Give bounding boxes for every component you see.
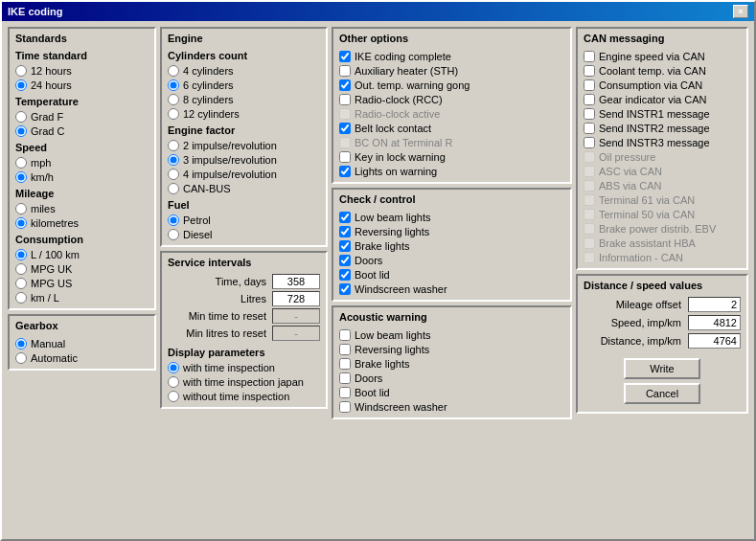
cc-boot-option[interactable]: Boot lid [339, 268, 564, 282]
aw-washer-option[interactable]: Windscreen washer [339, 400, 564, 414]
mpgus-option[interactable]: MPG US [15, 277, 149, 290]
with-time-option[interactable]: with time inspection [168, 361, 320, 374]
without-time-option[interactable]: without time inspection [168, 390, 320, 403]
time-12h-option[interactable]: 12 hours [15, 64, 149, 78]
automatic-option[interactable]: Automatic [15, 351, 149, 365]
can-instr3-option[interactable]: Send INSTR3 message [584, 136, 741, 149]
mpguk-option[interactable]: MPG UK [15, 262, 149, 276]
kml-radio[interactable] [15, 292, 27, 304]
grad-c-radio[interactable] [15, 125, 27, 137]
mph-option[interactable]: mph [15, 156, 149, 169]
speed-imp-input[interactable] [688, 315, 741, 330]
litres-input[interactable] [272, 291, 320, 306]
2imp-radio[interactable] [168, 140, 179, 151]
mph-radio[interactable] [15, 157, 27, 169]
4imp-radio[interactable] [168, 169, 179, 180]
mpguk-radio[interactable] [15, 263, 27, 275]
grad-c-option[interactable]: Grad C [15, 124, 149, 138]
kmh-radio[interactable] [15, 171, 27, 183]
miles-option[interactable]: miles [15, 202, 149, 215]
close-button[interactable]: × [733, 5, 748, 18]
cancel-button[interactable]: Cancel [624, 383, 700, 404]
manual-radio[interactable] [15, 338, 27, 349]
3imp-option[interactable]: 3 impulse/revolution [168, 153, 320, 167]
can-coolant-option[interactable]: Coolant temp. via CAN [584, 64, 741, 78]
12cyl-option[interactable]: 12 cylinders [168, 107, 320, 121]
lights-on-checkbox[interactable] [339, 166, 351, 177]
cc-washer-option[interactable]: Windscreen washer [339, 282, 564, 296]
belt-lock-option[interactable]: Belt lock contact [339, 122, 564, 135]
6cyl-option[interactable]: 6 cylinders [168, 79, 320, 92]
can-gear-option[interactable]: Gear indicator via CAN [584, 93, 741, 106]
aw-doors-option[interactable]: Doors [339, 372, 564, 385]
can-engine-speed-checkbox[interactable] [584, 51, 595, 62]
2imp-option[interactable]: 2 impulse/revolution [168, 139, 320, 152]
can-instr2-checkbox[interactable] [584, 123, 595, 134]
aw-low-beam-checkbox[interactable] [339, 329, 351, 341]
aw-reversing-checkbox[interactable] [339, 344, 351, 355]
diesel-option[interactable]: Diesel [168, 228, 320, 241]
with-time-japan-option[interactable]: with time inspection japan [168, 375, 320, 389]
write-button[interactable]: Write [624, 358, 700, 379]
key-in-lock-option[interactable]: Key in lock warning [339, 150, 564, 164]
mileage-offset-input[interactable] [688, 297, 741, 312]
kilometres-radio[interactable] [15, 217, 27, 229]
cc-boot-checkbox[interactable] [339, 269, 351, 281]
radio-clock-checkbox[interactable] [339, 94, 351, 105]
automatic-radio[interactable] [15, 352, 27, 364]
can-engine-speed-option[interactable]: Engine speed via CAN [584, 50, 741, 63]
4cyl-radio[interactable] [168, 65, 179, 77]
aw-low-beam-option[interactable]: Low beam lights [339, 328, 564, 342]
aw-brake-checkbox[interactable] [339, 358, 351, 370]
lights-on-option[interactable]: Lights on warning [339, 165, 564, 178]
aw-washer-checkbox[interactable] [339, 401, 351, 413]
can-consumption-checkbox[interactable] [584, 79, 595, 91]
radio-clock-option[interactable]: Radio-clock (RCC) [339, 93, 564, 106]
petrol-option[interactable]: Petrol [168, 214, 320, 227]
cc-brake-option[interactable]: Brake lights [339, 239, 564, 253]
manual-option[interactable]: Manual [15, 337, 149, 350]
cc-doors-option[interactable]: Doors [339, 254, 564, 267]
time-24h-radio[interactable] [15, 79, 27, 91]
aw-doors-checkbox[interactable] [339, 372, 351, 384]
cc-washer-checkbox[interactable] [339, 283, 351, 295]
can-instr3-checkbox[interactable] [584, 137, 595, 148]
cc-reversing-checkbox[interactable] [339, 226, 351, 237]
kilometres-option[interactable]: kilometres [15, 216, 149, 230]
l100-radio[interactable] [15, 249, 27, 260]
cc-low-beam-checkbox[interactable] [339, 212, 351, 223]
canbus-option[interactable]: CAN-BUS [168, 182, 320, 195]
with-time-japan-radio[interactable] [168, 376, 179, 388]
6cyl-radio[interactable] [168, 79, 179, 91]
miles-radio[interactable] [15, 203, 27, 214]
aw-brake-option[interactable]: Brake lights [339, 357, 564, 371]
kml-option[interactable]: km / L [15, 291, 149, 304]
aux-heater-checkbox[interactable] [339, 65, 351, 77]
without-time-radio[interactable] [168, 391, 179, 402]
ike-complete-option[interactable]: IKE coding complete [339, 50, 564, 63]
time-12h-radio[interactable] [15, 65, 27, 77]
out-temp-checkbox[interactable] [339, 79, 351, 91]
grad-f-option[interactable]: Grad F [15, 110, 149, 124]
cc-reversing-option[interactable]: Reversing lights [339, 225, 564, 238]
diesel-radio[interactable] [168, 229, 179, 240]
petrol-radio[interactable] [168, 214, 179, 226]
4cyl-option[interactable]: 4 cylinders [168, 64, 320, 78]
belt-lock-checkbox[interactable] [339, 123, 351, 134]
l100-option[interactable]: L / 100 km [15, 248, 149, 261]
can-instr1-checkbox[interactable] [584, 108, 595, 120]
aux-heater-option[interactable]: Auxiliary heater (STH) [339, 64, 564, 78]
can-coolant-checkbox[interactable] [584, 65, 595, 77]
aw-boot-checkbox[interactable] [339, 387, 351, 398]
8cyl-radio[interactable] [168, 94, 179, 105]
can-gear-checkbox[interactable] [584, 94, 595, 105]
3imp-radio[interactable] [168, 154, 179, 166]
12cyl-radio[interactable] [168, 108, 179, 120]
cc-low-beam-option[interactable]: Low beam lights [339, 211, 564, 224]
ike-complete-checkbox[interactable] [339, 51, 351, 62]
4imp-option[interactable]: 4 impulse/revolution [168, 168, 320, 181]
can-instr1-option[interactable]: Send INSTR1 message [584, 107, 741, 121]
cc-doors-checkbox[interactable] [339, 255, 351, 266]
time-days-input[interactable] [272, 274, 320, 289]
mpgus-radio[interactable] [15, 278, 27, 289]
